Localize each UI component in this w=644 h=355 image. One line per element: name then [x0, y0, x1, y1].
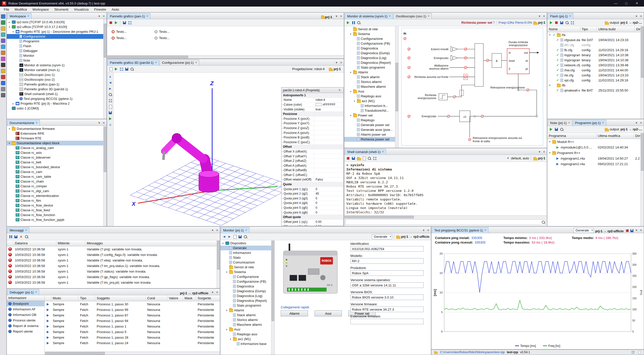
property-row[interactable]: ▹Offset joint 2 (oj2)0.00 [281, 224, 343, 226]
layout-icon[interactable] [631, 350, 635, 354]
debug-side-item[interactable]: Informazioni OB [7, 312, 44, 317]
tree-item[interactable]: Pannello grafico (pan-1) [7, 82, 107, 87]
dropdown-icon[interactable] [506, 156, 510, 160]
messages-tab[interactable]: Messaggi× [7, 227, 29, 233]
variables-icon[interactable] [1, 39, 5, 43]
tree-item[interactable]: Classe rc_flow_function [7, 213, 107, 217]
dock-icon[interactable] [634, 228, 639, 232]
save-icon[interactable] [238, 234, 242, 239]
forward-icon[interactable] [227, 234, 232, 239]
tree-toggle-icon[interactable]: ▾ [349, 90, 352, 93]
monitor-tab[interactable]: Monitor (prj-1)× [221, 227, 249, 233]
tree-item[interactable]: Storico allarmi [344, 79, 398, 84]
build-icon[interactable] [549, 20, 553, 25]
tree-item[interactable]: ▾Documentazione firmware [7, 126, 107, 131]
stop-icon[interactable] [109, 20, 113, 25]
tree-item[interactable]: ▾Allarmi [344, 70, 398, 75]
open-icon[interactable] [356, 156, 361, 161]
h-scrollbar[interactable] [45, 351, 220, 355]
view-mode-select[interactable]: Generale [574, 228, 594, 233]
zoom-icon[interactable] [108, 92, 113, 97]
property-value[interactable]: 45 [314, 192, 343, 195]
property-row[interactable]: ▹Posizione Y (posY) [281, 121, 343, 126]
documentazione-tab[interactable]: Documentazione× [7, 120, 40, 126]
clear-icon[interactable] [19, 234, 23, 239]
tree-item[interactable]: Classe rc_digi_cam [7, 189, 107, 193]
tree-item[interactable]: Configurazione [344, 36, 398, 41]
column-header[interactable]: Messaggio [85, 240, 220, 246]
dock-icon[interactable] [210, 290, 215, 294]
tree-item[interactable]: Informazioni b... [344, 103, 398, 108]
options-icon[interactable] [372, 156, 377, 161]
tree-item[interactable]: ▾Dispositivo [220, 241, 274, 246]
tree-item[interactable]: Monitor [7, 53, 107, 58]
column-header[interactable] [45, 295, 51, 301]
tree-item[interactable]: Monitor variabili (mon-1) [7, 68, 107, 72]
stop-icon[interactable] [346, 156, 350, 161]
save-icon[interactable] [124, 67, 129, 71]
close-icon[interactable] [337, 88, 342, 92]
column-header[interactable]: Modo [51, 295, 79, 301]
tree-item[interactable]: Programmi [7, 39, 107, 44]
pause-icon[interactable] [8, 234, 13, 239]
h-scrollbar[interactable] [344, 215, 547, 219]
workspace-tab[interactable]: Workspace× [7, 13, 32, 19]
close-icon[interactable] [639, 121, 643, 125]
tab-close-icon[interactable]: × [568, 121, 570, 125]
view-icon[interactable] [570, 20, 575, 25]
close-icon[interactable] [639, 14, 643, 18]
tree-item[interactable]: Pannello grafico 3D (pan3d-1) [7, 87, 107, 92]
tree-item[interactable]: Configurazione (FB) [344, 41, 398, 46]
file-row[interactable]: ▾/fb [547, 83, 644, 88]
dock-icon[interactable] [537, 150, 542, 154]
file-row[interactable]: df1.cfgconfig [547, 42, 644, 47]
close-icon[interactable] [426, 228, 430, 232]
property-row[interactable]: ▹Posizione Z (posZ) [281, 126, 343, 131]
scrollbar[interactable] [271, 240, 274, 355]
tree-item[interactable]: ▾Assi [220, 327, 274, 332]
property-group[interactable]: Posizione [281, 112, 343, 116]
tree-item[interactable]: Firmware RTE [7, 136, 107, 141]
tree-item[interactable]: ▾ax1 (M1) [220, 337, 274, 341]
tree-item[interactable]: Classe rc_axis [7, 150, 107, 155]
property-row[interactable]: ▹Quota joint 6 (qj6)0 [281, 210, 343, 215]
property-row[interactable]: ▹Posizione C (posC) [281, 140, 343, 145]
search-icon[interactable] [24, 234, 29, 239]
close-icon[interactable] [339, 14, 343, 18]
property-value[interactable]: 0 [314, 197, 343, 200]
tree-item[interactable]: ▾rp2-ufficio [TCP/IP 10.0.17.2:8100] [7, 24, 107, 29]
tree-toggle-icon[interactable]: ▾ [8, 142, 11, 144]
tree-item[interactable]: Oscilloscopio (osc-2) [7, 77, 107, 82]
column-header[interactable] [7, 240, 13, 246]
property-value[interactable]: robot-4 [314, 98, 343, 102]
maximize-button[interactable]: □ [621, 1, 631, 6]
dock-icon[interactable] [537, 14, 542, 18]
property-row[interactable]: ▹Offset joint 1 (oj1)0.00 [281, 220, 343, 224]
file-row[interactable]: ✓network.cfgconfig19/02/2021 13:39:46 [547, 63, 644, 68]
file-row[interactable]: ▾✓/fa [547, 32, 644, 37]
tree-toggle-icon[interactable]: ▾ [349, 71, 352, 74]
close-icon[interactable] [339, 60, 343, 65]
property-row[interactable]: ▹Nomerobot-4 [281, 98, 343, 103]
message-row[interactable]: 10/03/2022 10:36:58sysm-1Variabile (?.st… [7, 269, 220, 274]
pingpong-tab[interactable]: Test ping/pong BCC/31 (pptest-1)× [432, 227, 488, 233]
file-row[interactable]: ✓qmakeall-vs20...file BAT25/11/2021 15:5… [547, 88, 644, 93]
menu-aiuto[interactable]: Aiuto [109, 7, 122, 12]
dock-icon[interactable] [634, 14, 639, 18]
search-icon[interactable] [1, 87, 5, 91]
panel3d-icon[interactable] [1, 57, 5, 61]
tab-close-icon[interactable]: × [25, 228, 27, 232]
tree-item[interactable]: Stack allarmi [220, 313, 274, 317]
breakpoint-row[interactable]: SempreFetchProcesso 1, passo 30NessunaPe… [45, 301, 220, 307]
tree-item[interactable]: ▾Documentazione object block [7, 141, 107, 145]
tree-toggle-icon[interactable]: ▾ [229, 338, 232, 340]
run-icon[interactable] [114, 67, 118, 71]
view-mode-select[interactable]: Generale [372, 234, 392, 239]
zoom-icon[interactable] [130, 67, 134, 71]
robot-arm[interactable] [163, 133, 219, 192]
property-row[interactable]: ▹Quota joint 3 (qj3)0 [281, 196, 343, 201]
property-row[interactable]: ▹Offset relativi (relOff)Falso [281, 178, 343, 182]
grid-icon[interactable] [108, 98, 113, 103]
tab-close-icon[interactable]: × [602, 121, 604, 125]
dock-icon[interactable] [634, 121, 639, 125]
